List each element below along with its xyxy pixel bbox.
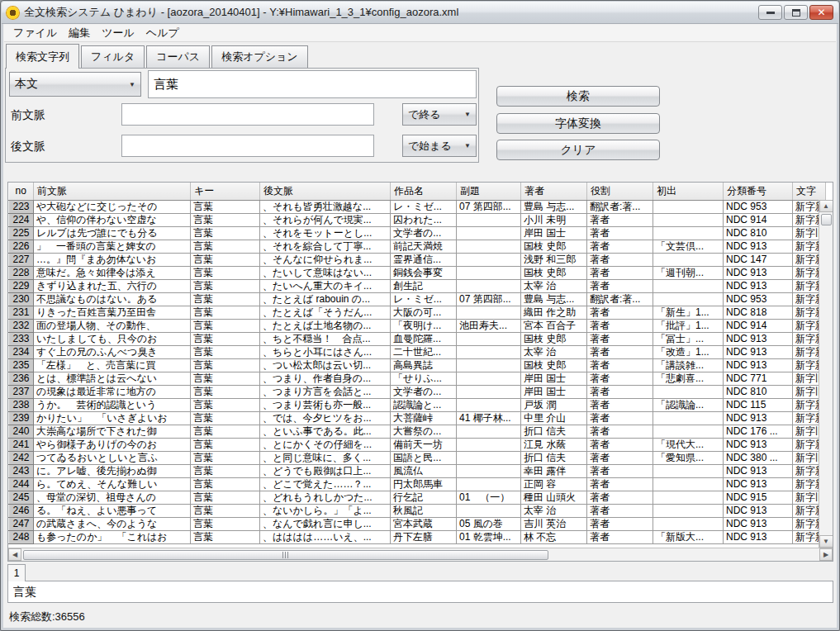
table-row[interactable]: 244ら。てめえ、そんな難しい言葉、どこで覚えた……？...円太郎馬車正岡 容著…: [9, 477, 826, 491]
table-cell[interactable]: 「左様」 と、売言葉に買: [34, 358, 191, 372]
table-cell[interactable]: 岸田 国士: [521, 385, 587, 398]
table-cell[interactable]: 太宰 治: [521, 504, 587, 517]
table-cell[interactable]: 「批評」1...: [653, 319, 724, 332]
table-cell[interactable]: 言葉: [191, 319, 260, 332]
table-cell[interactable]: NDC 915: [724, 491, 793, 504]
minimize-button[interactable]: [758, 5, 782, 20]
table-cell[interactable]: 国枝 史郎: [521, 332, 587, 345]
table-cell[interactable]: 言葉: [191, 292, 260, 306]
column-header[interactable]: 前文脈: [34, 183, 191, 200]
column-header[interactable]: 分類番号: [724, 183, 793, 200]
scroll-up-icon[interactable]: ▲: [819, 200, 833, 212]
table-cell[interactable]: 、といふ事である。此...: [260, 425, 391, 438]
table-cell[interactable]: 大阪の可...: [391, 306, 457, 319]
table-cell[interactable]: 「現代大...: [653, 438, 724, 451]
table-cell[interactable]: [457, 385, 521, 398]
table-cell[interactable]: 著者: [587, 332, 653, 345]
table-cell[interactable]: 高島異誌: [391, 358, 457, 372]
table-row[interactable]: 231りきった百姓言葉乃至田舎言葉、たとえば「そうだん...大阪の可...織田 …: [9, 306, 826, 319]
table-cell[interactable]: 著者: [587, 477, 653, 491]
table-cell[interactable]: 、つい松太郎は云い切...: [260, 358, 391, 372]
table-cell[interactable]: 、つまり方言を会話と...: [260, 385, 391, 398]
table-cell[interactable]: 言葉: [191, 332, 260, 345]
table-cell[interactable]: NDC 914: [724, 213, 793, 226]
column-header[interactable]: 作品名: [391, 183, 457, 200]
table-cell[interactable]: NDC 913: [724, 240, 793, 253]
scroll-left-icon[interactable]: ◀: [8, 548, 21, 561]
table-row[interactable]: 228意味だ。急々如律令は添え言葉、たいして意味はない...銅銭会事変国枝 史郎…: [9, 266, 826, 279]
table-cell[interactable]: NDC 913: [724, 504, 793, 517]
table-cell[interactable]: 国枝 史郎: [521, 358, 587, 372]
table-cell[interactable]: NDC 913: [724, 279, 793, 292]
glyph-convert-button[interactable]: 字体変換: [496, 113, 660, 134]
table-cell[interactable]: 著者: [587, 279, 653, 292]
table-cell[interactable]: NDC 914: [724, 319, 793, 332]
row-number-cell[interactable]: 248: [9, 530, 34, 543]
table-cell[interactable]: 行乞記: [391, 491, 457, 504]
table-cell[interactable]: 国枝 史郎: [521, 266, 587, 279]
table-cell[interactable]: きずり込まれた五、六行の: [34, 279, 191, 292]
row-number-cell[interactable]: 230: [9, 292, 34, 306]
table-cell[interactable]: とは、標準語とは云へない: [34, 372, 191, 385]
row-number-cell[interactable]: 237: [9, 385, 34, 398]
table-cell[interactable]: [457, 358, 521, 372]
table-cell[interactable]: [457, 438, 521, 451]
table-row[interactable]: 230不思議なものはない。ある言葉、たとえば rabouin の...レ・ミゼ.…: [9, 292, 826, 306]
table-cell[interactable]: の現象は最近非常に地方の: [34, 385, 191, 398]
table-cell[interactable]: レ・ミゼ...: [391, 200, 457, 213]
table-cell[interactable]: 言葉: [191, 464, 260, 477]
table-cell[interactable]: 著者: [587, 530, 653, 543]
table-cell[interactable]: 、ちらと小耳にはさん...: [260, 345, 391, 358]
table-cell[interactable]: NDC 913: [724, 517, 793, 530]
column-header[interactable]: 著者: [521, 183, 587, 200]
table-cell[interactable]: 面の登場人物、その動作、: [34, 319, 191, 332]
table-cell[interactable]: 円太郎馬車: [391, 477, 457, 491]
table-cell[interactable]: 岸田 国士: [521, 372, 587, 385]
table-cell[interactable]: 01 乾雲坤...: [457, 530, 521, 543]
table-cell[interactable]: 岸田 国士: [521, 226, 587, 240]
table-cell[interactable]: りきった百姓言葉乃至田舎: [34, 306, 191, 319]
row-number-cell[interactable]: 235: [9, 358, 34, 372]
row-number-cell[interactable]: 234: [9, 345, 34, 358]
table-row[interactable]: 242つてゐるおいとしいと言ふ言葉、と同じ意味に、多く...国語と民...折口 …: [9, 451, 826, 464]
table-cell[interactable]: 著者: [587, 517, 653, 530]
menu-file[interactable]: ファイル: [7, 24, 63, 42]
column-header[interactable]: 初出: [653, 183, 724, 200]
table-cell[interactable]: 言葉: [191, 425, 260, 438]
table-cell[interactable]: [457, 266, 521, 279]
table-cell[interactable]: 言葉: [191, 279, 260, 292]
table-cell[interactable]: 著者: [587, 504, 653, 517]
table-cell[interactable]: 戸坂 潤: [521, 398, 587, 411]
table-row[interactable]: 248も参ったのか」 「これはお言葉、はははは……いえ、...丹下左膳01 乾雲…: [9, 530, 826, 543]
table-cell[interactable]: NDC 913: [724, 358, 793, 372]
table-cell[interactable]: 言葉: [191, 398, 260, 411]
table-cell[interactable]: 折口 信夫: [521, 451, 587, 464]
table-cell[interactable]: 、とにかくその仔細を...: [260, 438, 391, 451]
table-cell[interactable]: 認識論と...: [391, 398, 457, 411]
table-cell[interactable]: 言葉: [191, 226, 260, 240]
table-cell[interactable]: 著者: [587, 319, 653, 332]
table-cell[interactable]: や、信仰の伴わない空虚な: [34, 213, 191, 226]
table-cell[interactable]: や大砲などに交じったその: [34, 200, 191, 213]
table-cell[interactable]: 言葉: [191, 200, 260, 213]
table-cell[interactable]: も参ったのか」 「これはお: [34, 530, 191, 543]
table-cell[interactable]: 池田寿夫...: [457, 319, 521, 332]
table-cell[interactable]: 」 一番頭の言葉と婢女の: [34, 240, 191, 253]
row-number-cell[interactable]: 247: [9, 517, 34, 530]
table-cell[interactable]: うか。 芸術的認識という: [34, 398, 191, 411]
table-cell[interactable]: [457, 425, 521, 438]
table-cell[interactable]: 言葉: [191, 517, 260, 530]
table-cell[interactable]: NDC 913: [724, 464, 793, 477]
table-cell[interactable]: 著者: [587, 372, 653, 385]
table-cell[interactable]: 著者: [587, 425, 653, 438]
table-cell[interactable]: 言葉: [191, 253, 260, 266]
table-row[interactable]: 241やら御様子ありげの今のお言葉、とにかくその仔細を...備前天一坊江見 水蔭…: [9, 438, 826, 451]
column-header[interactable]: 後文脈: [260, 183, 391, 200]
table-cell[interactable]: 著者: [587, 240, 653, 253]
table-cell[interactable]: 著者: [587, 306, 653, 319]
menu-edit[interactable]: 編集: [63, 24, 96, 42]
row-number-cell[interactable]: 231: [9, 306, 34, 319]
query-input[interactable]: [148, 70, 477, 98]
table-cell[interactable]: つてゐるおいとしいと言ふ: [34, 451, 191, 464]
tab-corpus[interactable]: コーパス: [146, 45, 210, 69]
